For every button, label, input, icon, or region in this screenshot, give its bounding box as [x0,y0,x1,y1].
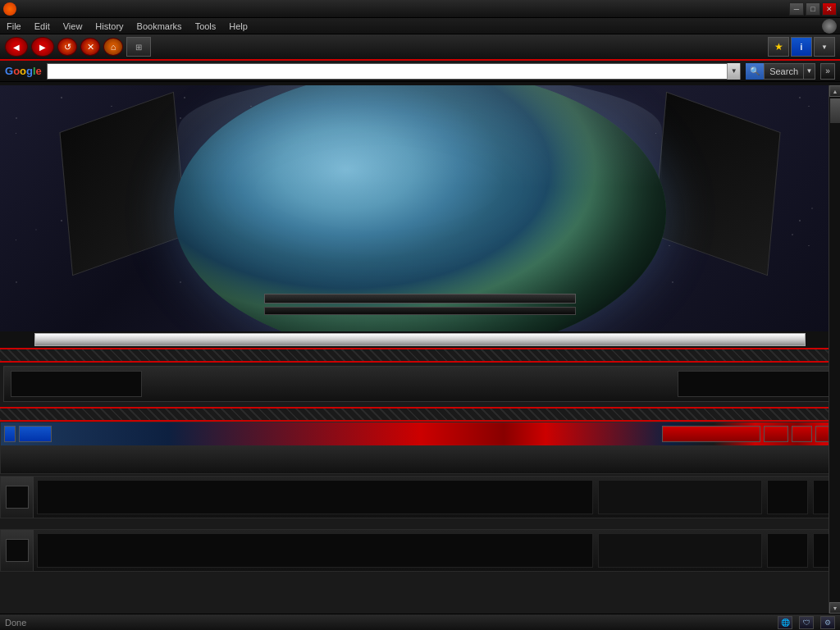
back-button[interactable]: ◀ [5,37,28,57]
table-section [0,476,840,572]
data-header-1 [1,422,839,445]
menu-history[interactable]: History [92,20,126,33]
nav-dropdown-button[interactable]: ▼ [814,37,835,57]
search-button-label: Search [769,66,798,76]
restore-button[interactable]: □ [806,2,820,16]
header-btn-5[interactable] [792,426,812,442]
search-area: 🔍 Search ▼ [746,63,815,80]
title-bar-left [3,2,16,16]
title-bar-controls: ─ □ ✕ [789,2,837,16]
content-rows [0,363,840,407]
header-btn-3[interactable] [662,426,760,442]
table-cell-sm-1 [767,480,808,514]
google-logo: Google [5,65,42,77]
search-button[interactable]: Search [764,63,804,80]
status-bar: Done 🌐 🛡 ⚙ [0,614,840,630]
table-icon-2 [6,539,29,562]
scroll-up-button[interactable]: ▲ [829,85,840,97]
red-separator-2 [0,407,840,422]
row1-right-block [678,371,829,397]
bg-scene [0,85,840,331]
spinner-icon [822,19,837,34]
console-top-bar [264,294,576,304]
table-row [0,476,840,518]
stop-button[interactable]: ✕ [80,38,100,56]
nav-bar: ◀ ▶ ↺ ✕ ⌂ ⊞ ★ i ▼ [0,34,840,61]
scroll-thumb[interactable] [830,98,840,123]
table-row-2 [0,529,840,572]
table-spacer-1 [0,519,840,529]
table-cell-side-2 [598,533,762,568]
menu-bookmarks[interactable]: Bookmarks [134,20,185,33]
content-area: ▲ ▼ [0,85,840,614]
title-bar: ─ □ ✕ [0,0,840,18]
menu-bar: File Edit View History Bookmarks Tools H… [0,18,840,34]
table-cell-side-1 [598,480,762,514]
firefox-icon [3,2,16,16]
star-button[interactable]: ★ [768,37,789,57]
menu-help[interactable]: Help [226,20,251,33]
console-bottom-bar [264,307,576,315]
table-cell-icon-1 [1,477,34,518]
forward-button[interactable]: ▶ [31,37,54,57]
home-button[interactable]: ⌂ [103,38,123,56]
row1-left-block [11,371,142,397]
red-separator-1 [0,348,840,363]
white-bar-container [0,331,840,348]
data-section-1 [0,422,840,474]
menu-edit[interactable]: Edit [31,20,53,33]
table-cell-sm-2 [767,533,808,568]
center-console [264,294,576,315]
search-dropdown-button[interactable]: ▼ [804,63,815,80]
scrollbar: ▲ ▼ [829,85,840,614]
header-right-buttons [662,426,836,442]
status-icon-1[interactable]: 🌐 [778,616,792,629]
menu-file[interactable]: File [3,20,25,33]
extend-button[interactable]: » [820,63,835,80]
search-icon: 🔍 [746,63,764,80]
table-icon-1 [6,486,29,509]
header-btn-2[interactable] [19,426,52,442]
panel-right [653,92,780,276]
close-button[interactable]: ✕ [822,2,837,16]
table-cell-main-2 [37,533,593,568]
header-btn-4[interactable] [764,426,788,442]
panel-left [59,92,186,276]
minimize-button[interactable]: ─ [789,2,804,16]
info-button[interactable]: i [791,37,812,57]
scroll-down-button[interactable]: ▼ [829,602,840,614]
nav-star-area: ★ i ▼ [768,37,835,57]
content-row-1 [3,366,837,402]
address-input-wrap: ▼ [47,63,741,80]
address-bar: Google ▼ 🔍 Search ▼ » [0,61,840,82]
status-text: Done [5,618,385,628]
menu-view[interactable]: View [60,20,86,33]
table-cell-icon-2 [1,530,34,571]
nav-extra-button[interactable]: ⊞ [126,37,151,57]
reload-button[interactable]: ↺ [57,38,77,56]
scroll-track [829,97,840,602]
header-btn-1[interactable] [4,426,16,442]
address-input[interactable] [48,64,727,79]
white-bar [34,333,806,346]
status-icon-2[interactable]: 🛡 [799,616,814,629]
data-body-1 [1,445,839,473]
table-cell-main-1 [37,480,593,514]
address-dropdown-button[interactable]: ▼ [727,63,740,80]
status-icon-3[interactable]: ⚙ [820,616,835,629]
menu-tools[interactable]: Tools [192,20,220,33]
